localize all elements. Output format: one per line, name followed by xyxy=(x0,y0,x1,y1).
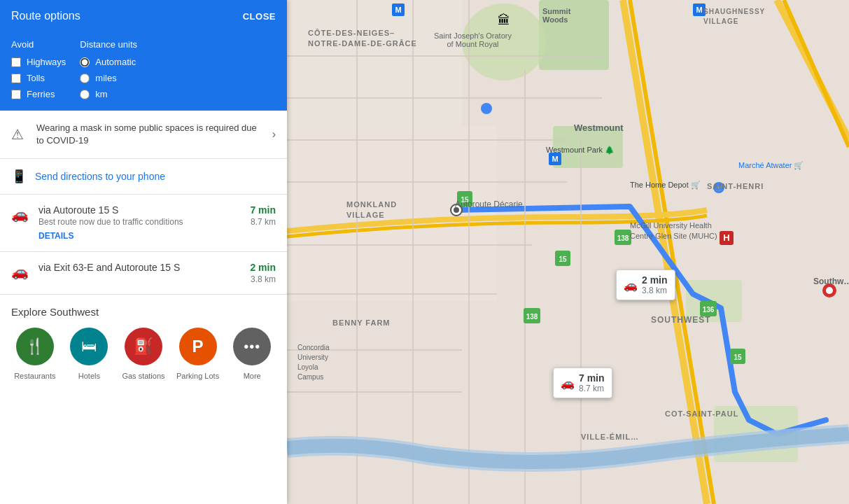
tooltip-time-2: 7 min xyxy=(579,372,605,384)
hotels-label: Hotels xyxy=(78,371,100,381)
route-info-1: via Autoroute 15 S Best route now due to… xyxy=(38,204,240,241)
route-options-header: Route options CLOSE xyxy=(0,0,287,32)
svg-text:136: 136 xyxy=(703,306,715,314)
map-area[interactable]: 15 15 138 138 136 15 M M M H 🛒 xyxy=(287,0,849,504)
svg-point-47 xyxy=(481,103,492,114)
more-circle: ••• xyxy=(233,328,271,365)
distance-col: Distance units Automatic miles km xyxy=(80,39,137,99)
route-tooltip-long: 🚗 7 min 8.7 km xyxy=(553,368,612,398)
dist-miles-label: miles xyxy=(95,73,116,83)
route-item-2[interactable]: 🚗 via Exit 63-E and Autoroute 15 S 2 min… xyxy=(0,252,287,295)
avoid-tolls-row[interactable]: Tolls xyxy=(11,73,66,83)
explore-gas-stations[interactable]: ⛽ Gas stations xyxy=(120,328,167,381)
avoid-tolls-label: Tolls xyxy=(27,73,45,83)
explore-more[interactable]: ••• More xyxy=(228,328,276,381)
route-tooltip-short: 🚗 2 min 3.8 km xyxy=(616,270,675,300)
route-info-2: via Exit 63-E and Autoroute 15 S xyxy=(38,262,240,273)
restaurants-label: Restaurants xyxy=(14,371,55,381)
tooltip-info-1: 2 min 3.8 km xyxy=(642,274,668,295)
explore-parking[interactable]: P Parking Lots xyxy=(174,328,222,381)
send-icon: 📱 xyxy=(11,169,27,184)
tooltip-car-icon-1: 🚗 xyxy=(624,279,638,292)
parking-label: Parking Lots xyxy=(176,371,219,381)
explore-hotels[interactable]: 🛏 Hotels xyxy=(66,328,113,381)
dist-automatic-row[interactable]: Automatic xyxy=(80,57,137,67)
svg-rect-3 xyxy=(553,126,623,168)
route-dist-2: 3.8 km xyxy=(250,274,276,284)
avoid-highways-checkbox[interactable] xyxy=(11,57,21,67)
tooltip-time-1: 2 min xyxy=(642,274,668,286)
car-icon-2: 🚗 xyxy=(11,263,29,280)
dist-miles-row[interactable]: miles xyxy=(80,73,137,83)
svg-text:138: 138 xyxy=(617,234,629,242)
dist-miles-radio[interactable] xyxy=(80,74,90,83)
svg-point-42 xyxy=(826,287,833,294)
avoid-label: Avoid xyxy=(11,39,66,50)
avoid-highways-row[interactable]: Highways xyxy=(11,57,66,67)
svg-text:15: 15 xyxy=(559,255,567,263)
svg-rect-1 xyxy=(539,0,609,70)
dist-km-row[interactable]: km xyxy=(80,89,137,99)
route-name-1: via Autoroute 15 S xyxy=(38,204,240,216)
dist-automatic-label: Automatic xyxy=(95,57,136,67)
svg-rect-6 xyxy=(287,0,462,126)
svg-text:H: H xyxy=(723,232,729,243)
avoid-ferries-label: Ferries xyxy=(27,89,55,99)
tooltip-dist-1: 3.8 km xyxy=(642,286,668,295)
route-sub-1: Best route now due to traffic conditions xyxy=(38,217,240,227)
svg-text:138: 138 xyxy=(526,313,538,321)
explore-section: Explore Southwest 🍴 Restaurants 🛏 Hotels… xyxy=(0,295,287,392)
svg-text:M: M xyxy=(696,6,702,14)
left-panel: Route options CLOSE Avoid Highways Tolls… xyxy=(0,0,287,504)
tooltip-info-2: 7 min 8.7 km xyxy=(579,372,605,393)
avoid-highways-label: Highways xyxy=(27,57,66,67)
route-time-2: 2 min xyxy=(250,262,276,273)
avoid-tolls-checkbox[interactable] xyxy=(11,74,21,83)
car-icon-1: 🚗 xyxy=(11,206,29,223)
restaurants-circle: 🍴 xyxy=(16,328,54,365)
dist-automatic-radio[interactable] xyxy=(80,57,90,67)
covid-notice[interactable]: ⚠ Wearing a mask in some public spaces i… xyxy=(0,111,287,159)
svg-text:M: M xyxy=(552,155,558,163)
gas-label: Gas stations xyxy=(122,371,164,381)
more-label: More xyxy=(244,371,261,381)
svg-text:15: 15 xyxy=(734,354,742,361)
hotels-circle: 🛏 xyxy=(70,328,108,365)
covid-text: Wearing a mask in some public spaces is … xyxy=(36,122,264,147)
route-options-title: Route options xyxy=(11,10,80,22)
send-directions-label: Send directions to your phone xyxy=(35,171,165,182)
route-details-link-1[interactable]: DETAILS xyxy=(38,231,73,241)
svg-text:15: 15 xyxy=(461,196,469,204)
avoid-col: Avoid Highways Tolls Ferries xyxy=(11,39,66,99)
route-dist-1: 8.7 km xyxy=(250,217,276,227)
svg-text:🏛: 🏛 xyxy=(498,13,510,27)
dist-km-label: km xyxy=(95,89,107,99)
options-body: Avoid Highways Tolls Ferries Distance un… xyxy=(0,32,287,111)
tooltip-car-icon-2: 🚗 xyxy=(561,377,575,390)
explore-restaurants[interactable]: 🍴 Restaurants xyxy=(11,328,59,381)
explore-items: 🍴 Restaurants 🛏 Hotels ⛽ Gas stations P … xyxy=(11,328,276,381)
avoid-ferries-checkbox[interactable] xyxy=(11,90,21,99)
svg-rect-7 xyxy=(287,126,497,301)
svg-text:M: M xyxy=(395,6,401,14)
route-time-col-2: 2 min 3.8 km xyxy=(250,262,276,284)
route-item-1[interactable]: 🚗 via Autoroute 15 S Best route now due … xyxy=(0,195,287,252)
parking-circle: P xyxy=(179,328,217,365)
warning-icon: ⚠ xyxy=(11,126,28,143)
distance-label: Distance units xyxy=(80,39,137,50)
route-time-1: 7 min xyxy=(250,204,276,216)
map-svg: 15 15 138 138 136 15 M M M H 🛒 xyxy=(287,0,849,504)
avoid-ferries-row[interactable]: Ferries xyxy=(11,89,66,99)
dist-km-radio[interactable] xyxy=(80,90,90,99)
close-button[interactable]: CLOSE xyxy=(243,11,276,22)
svg-text:🛒: 🛒 xyxy=(715,184,724,192)
explore-title: Explore Southwest xyxy=(11,306,276,318)
chevron-right-icon: › xyxy=(272,128,276,141)
route-time-col-1: 7 min 8.7 km xyxy=(250,204,276,227)
gas-circle: ⛽ xyxy=(125,328,162,365)
tooltip-dist-2: 8.7 km xyxy=(579,384,605,393)
svg-point-40 xyxy=(454,207,459,213)
send-directions[interactable]: 📱 Send directions to your phone xyxy=(0,159,287,195)
route-name-2: via Exit 63-E and Autoroute 15 S xyxy=(38,262,240,273)
